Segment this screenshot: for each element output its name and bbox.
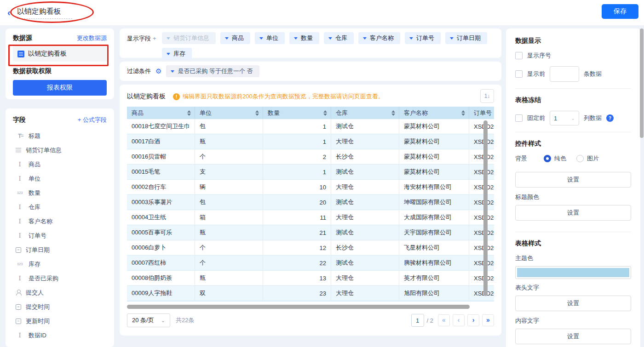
display-field-tag[interactable]: 商品 [220, 32, 250, 44]
table-row[interactable]: 00006白萝卜个12长沙仓飞星材料公司XSDD20 [127, 240, 494, 256]
table-cell: 长沙仓 [331, 240, 399, 256]
table-row[interactable]: 00002自行车辆10大理仓海安材料有限公司XSDD20 [127, 180, 494, 195]
table-row[interactable]: 00004卫生纸箱11大理仓大成国际有限公司XSDD20 [127, 210, 494, 225]
display-field-tag[interactable]: 数量 [289, 32, 319, 44]
display-field-tag[interactable]: 订单号 [405, 32, 441, 44]
column-header[interactable]: 订单号 [469, 107, 494, 119]
field-item[interactable]: 数量 [13, 186, 107, 200]
table-row[interactable]: 00009人字拖鞋双23大理仓旭阳有限公司XSDD20 [127, 286, 494, 301]
field-item[interactable]: 更新时间 [13, 314, 107, 328]
freeze-count-select[interactable]: 1 ⌄ [550, 111, 579, 125]
sort-desc-icon [391, 114, 395, 116]
table-cell: 00003乐事薯片 [127, 195, 195, 210]
field-item[interactable]: 客户名称 [13, 214, 107, 228]
field-item[interactable]: 仓库 [13, 200, 107, 214]
change-datasource-link[interactable]: 更改数据源 [77, 34, 107, 42]
field-item[interactable]: 商品 [13, 157, 107, 171]
add-formula-field-link[interactable]: + 公式字段 [78, 116, 107, 124]
table-row[interactable]: 00007西红柿个22测试仓腾骏材料有限公司XSDD20 [127, 256, 494, 271]
current-page-input[interactable]: 1 [411, 314, 424, 327]
display-field-tag[interactable]: 客户名称 [358, 32, 400, 44]
column-header-label: 仓库 [336, 109, 348, 117]
table-row[interactable]: 00003乐事薯片包20测试仓坤曜国际有限公司XSDD20 [127, 195, 494, 210]
image-label: 图片 [587, 154, 599, 163]
column-header[interactable]: 数量 [263, 107, 331, 119]
next-page-button[interactable]: › [467, 314, 479, 326]
data-table: 商品单位数量仓库客户名称订单号 00018七度空间卫生巾包1测试仓蒙莫材料公司X… [127, 107, 494, 303]
display-field-tag[interactable]: 库存 [162, 48, 192, 60]
show-index-label: 显示序号 [527, 51, 551, 60]
table-cell: 瓶 [195, 271, 263, 286]
sort-arrows-icon[interactable] [391, 110, 395, 116]
field-item-label: 数据ID [29, 331, 46, 340]
freeze-columns-checkbox[interactable] [515, 114, 523, 122]
help-icon[interactable]: ? [606, 114, 614, 122]
column-header[interactable]: 商品 [127, 107, 195, 119]
sort-asc-icon [323, 110, 327, 113]
sort-arrows-icon[interactable] [187, 110, 191, 116]
solid-color-radio[interactable] [544, 155, 551, 162]
content-text-set-button[interactable]: 设置 [515, 329, 631, 344]
table-row[interactable]: 00017白酒瓶1大理仓蒙莫材料公司XSDD20 [127, 134, 494, 149]
prev-page-button[interactable]: ‹ [453, 314, 465, 326]
filter-condition-tag[interactable]: 是否已采购 等于任意一个 否 [166, 65, 259, 77]
add-field-button[interactable]: + [153, 35, 156, 42]
column-header[interactable]: 仓库 [331, 107, 399, 119]
background-set-button[interactable]: 设置 [515, 172, 631, 188]
save-button[interactable]: 保存 [602, 4, 638, 19]
field-item[interactable]: 订单号 [13, 228, 107, 243]
sort-arrows-icon[interactable] [255, 110, 259, 116]
sort-order-button[interactable]: 1↓ [480, 89, 494, 103]
table-vertical-scrollbar[interactable] [483, 120, 488, 296]
table-row[interactable]: 00005百事可乐瓶21测试仓天宇国际有限公司XSDD20 [127, 225, 494, 240]
page-title[interactable]: 以销定购看板 [17, 7, 72, 19]
display-field-tag[interactable]: 仓库 [324, 32, 354, 44]
field-item[interactable]: 标题 [13, 129, 107, 143]
page-size-select[interactable]: 20 条/页 ⌄ [127, 313, 170, 327]
freeze-prefix-label: 固定前 [527, 114, 545, 122]
first-page-button[interactable]: « [438, 314, 450, 326]
column-header[interactable]: 客户名称 [399, 107, 469, 119]
datasource-item[interactable]: 以销定购看板 [13, 46, 107, 62]
show-first-count-input[interactable] [550, 66, 579, 82]
field-item[interactable]: 订单日期 [13, 243, 107, 257]
sort-arrows-icon[interactable] [323, 110, 327, 116]
field-item[interactable]: 数据ID [13, 328, 107, 342]
theme-color-picker[interactable] [515, 266, 631, 279]
display-field-tag-label: 订单号 [416, 34, 434, 42]
table-row[interactable]: 00018七度空间卫生巾包1测试仓蒙莫材料公司XSDD20 [127, 119, 494, 134]
column-header[interactable]: 单位 [195, 107, 263, 119]
field-item[interactable]: 单位 [13, 171, 107, 186]
field-item[interactable]: 销货订单信息 [13, 143, 107, 157]
last-page-button[interactable]: » [482, 314, 494, 326]
field-item-label: 商品 [29, 160, 40, 169]
display-field-tag[interactable]: 订单日期 [445, 32, 487, 44]
chevron-down-icon [259, 37, 263, 40]
table-row[interactable]: 00016贝雷帽个2长沙仓蒙莫材料公司XSDD20 [127, 149, 494, 165]
field-item[interactable]: 提交时间 [13, 300, 107, 314]
show-index-checkbox[interactable] [515, 52, 523, 59]
panel-vertical-scrollbar[interactable] [640, 28, 644, 138]
display-field-tag-label: 客户名称 [370, 34, 394, 42]
gear-icon[interactable]: ⚙ [155, 67, 161, 75]
title-color-set-button[interactable]: 设置 [515, 205, 631, 221]
table-cell: 23 [263, 286, 331, 301]
field-item[interactable]: 是否已采购 [13, 271, 107, 285]
table-row[interactable]: 00008伯爵奶茶瓶13大理仓英才有限公司XSDD20 [127, 271, 494, 286]
back-icon[interactable]: ‹ [7, 7, 11, 18]
display-field-tag[interactable]: 单位 [255, 32, 285, 44]
table-cell: 大理仓 [331, 210, 399, 225]
sort-arrows-icon[interactable] [461, 110, 465, 116]
header-text-set-button[interactable]: 设置 [515, 296, 631, 311]
image-radio[interactable] [576, 155, 584, 162]
field-item[interactable]: 提交人 [13, 285, 107, 300]
table-horizontal-scrollbar[interactable] [127, 305, 494, 309]
display-field-tag-label: 数量 [301, 34, 313, 42]
report-permission-button[interactable]: 报表权限 [13, 80, 107, 96]
show-first-checkbox[interactable] [515, 70, 523, 78]
field-item[interactable]: 库存 [13, 257, 107, 271]
fields-card: 字段 + 公式字段 标题销货订单信息商品单位数量仓库客户名称订单号订单日期库存是… [6, 108, 114, 347]
display-field-tag[interactable]: 销货订单信息 [162, 32, 216, 44]
table-row[interactable]: 00015毛笔支1测试仓蒙莫材料公司XSDD20 [127, 165, 494, 180]
freeze-count-value: 1 [554, 115, 557, 122]
